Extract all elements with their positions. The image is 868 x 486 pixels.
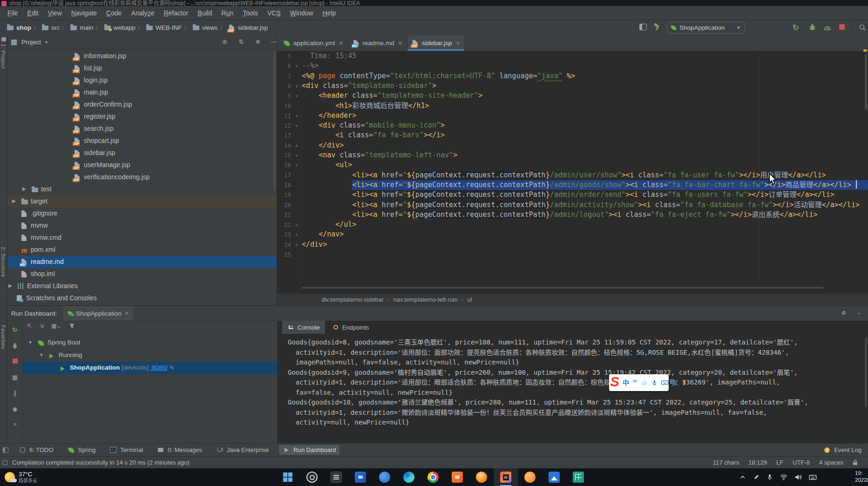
hide-panel-icon[interactable]: — [271,39,277,45]
code-line[interactable]: <div class="templatemo-sidebar"> [299,81,868,91]
fold-marker-icon[interactable]: ∨ [294,121,299,130]
status-widget[interactable]: 117 chars [713,459,739,466]
fold-marker-icon[interactable]: ∧ [294,240,299,250]
editor-tab-readme.md[interactable]: MDreadme.md✕ [348,35,407,51]
collapse-all-icon[interactable]: ⇲ [39,323,44,329]
tree-row[interactable]: JSPmain.jsp [7,87,277,99]
ime-toolbar[interactable]: S 中°’☺ ⇑ [609,374,669,391]
tree-row[interactable]: .gitignore [7,208,277,220]
fold-marker-icon[interactable]: ∧ [294,230,299,239]
toolwindow-terminal[interactable]: ›_Terminal [106,445,147,455]
project-panel-title[interactable]: Project [21,39,41,46]
status-widget[interactable]: 18:129 [748,459,767,466]
status-widget[interactable]: LF [776,459,783,466]
console-tab-Console[interactable]: Console [282,321,325,334]
pause-output-icon[interactable]: ∥ [11,390,19,397]
fold-marker-icon[interactable]: ∧ [294,141,299,150]
close-icon[interactable]: ✕ [124,310,129,317]
taskbar-clock[interactable]: 19: 2022/ [855,470,868,484]
ime-punct-icon[interactable]: °’ [633,378,637,387]
lock-icon[interactable] [853,459,858,466]
taskbar-app-chrome[interactable] [421,468,445,486]
collapse-arrow-icon[interactable]: ▼ [28,340,33,345]
taskbar-app-fox[interactable] [469,468,494,486]
stripe-project-label[interactable]: 1: Project [0,44,6,69]
tree-row[interactable]: JSPinformation.jsp [7,50,277,62]
breadcrumb-item[interactable]: webapp [104,24,136,31]
gear-icon[interactable] [255,39,261,45]
stripe-favorites-label[interactable]: Favorites [0,325,6,349]
toolwindow-spring[interactable]: Spring [64,445,100,455]
code-line[interactable]: Time: 15:45 [299,51,868,61]
code-line[interactable]: --%> [299,61,868,71]
fold-marker-icon[interactable]: ∧ [294,220,299,230]
taskbar-app-photos[interactable] [542,468,566,486]
code-line[interactable] [299,250,868,259]
collapse-arrow-icon[interactable]: ▼ [39,352,44,358]
menu-run[interactable]: Run [217,8,238,18]
fold-marker-icon[interactable]: ∨ [294,91,299,101]
editor-tab-sidebar.jsp[interactable]: JSPsidebar.jsp✕ [407,35,465,51]
menu-navigate[interactable]: Navigate [67,8,102,18]
code-line[interactable]: <li><a href="${pageContext.request.conte… [299,210,868,220]
breadcrumb-item[interactable]: src [41,24,60,31]
locate-file-icon[interactable]: ⊕ [222,39,227,45]
tree-row[interactable]: ▶target [7,196,277,208]
status-widget[interactable]: 4 spaces [819,459,843,466]
stop-button[interactable] [839,24,845,30]
ime-mic-icon[interactable] [651,379,658,386]
code-area[interactable]: Time: 15:45--%><%@ page contentType="tex… [299,51,868,305]
expand-arrow-icon[interactable]: ▶ [12,198,16,203]
code-line[interactable]: </div> [299,240,868,250]
code-line[interactable]: <nav class="templatemo-left-nav"> [299,150,868,160]
toolwindow-6-todo[interactable]: 6: TODO [15,445,57,455]
breadcrumb-item[interactable]: WEB-INF [146,24,182,31]
taskbar-app-search[interactable] [300,468,324,486]
code-line[interactable]: <i class="fa fa-bars"></i> [299,130,868,140]
expand-arrow-icon[interactable]: ▶ [8,283,12,288]
layout-icon[interactable]: ▦ [11,374,19,381]
tree-row[interactable]: MDreadme.md [7,256,277,268]
editor-breadcrumb-item[interactable]: nav.templatemo-left-nav [393,296,458,303]
debug-icon[interactable] [11,342,19,350]
tree-row[interactable]: JSPlist.jsp [7,62,277,74]
tree-row[interactable]: ▶External Libraries [7,280,277,292]
build-hammer-icon[interactable] [653,23,661,31]
menu-build[interactable]: Build [193,8,217,18]
chevron-down-icon[interactable]: ▼ [44,40,48,45]
close-icon[interactable]: ✕ [339,40,343,47]
ime-user-icon[interactable] [672,380,678,386]
code-line[interactable]: <li><a href="${pageContext.request.conte… [299,200,868,210]
breadcrumb-item[interactable]: JSPsidebar.jsp [228,24,268,31]
menu-vcs[interactable]: VCS [263,8,285,18]
stripe-structure-label[interactable]: 2: Structure [0,247,6,277]
toolwindow-switcher-icon[interactable] [3,447,8,453]
app-port-link[interactable]: :8080/ [150,364,168,371]
taskbar-app-start[interactable] [276,468,300,486]
code-line[interactable]: </div> [299,141,868,150]
toolwindow-java-enterprise[interactable]: Java Enterprise [212,445,272,455]
search-everywhere-icon[interactable] [859,24,866,31]
toolwindow-run-dashboard[interactable]: Run Dashboard [279,445,339,455]
code-line[interactable]: <li><a href="${pageContext.request.conte… [299,180,868,190]
run-tree-row[interactable]: ShopApplication [devtools] :8080/ ✎ [22,362,277,374]
more-icon[interactable]: » [11,420,19,428]
code-line[interactable]: </header> [299,111,868,121]
stop-icon[interactable] [13,358,18,364]
tray-keyboard-icon[interactable] [809,474,817,480]
code-line[interactable]: </ul> [299,220,868,230]
tree-row[interactable]: mpom.xml [7,244,277,256]
code-line[interactable]: <%@ page contentType="text/html;charset=… [299,71,868,81]
breadcrumb-item[interactable]: shop [7,24,31,31]
console-output[interactable]: Goods{goodsid=8, goodsname='三熹玉单色腮红', pr… [288,338,863,441]
tree-row[interactable]: JSPsearch.jsp [7,123,277,135]
tree-row[interactable]: mvnw.cmd [7,232,277,244]
code-line[interactable]: </nav> [299,230,868,239]
taskbar-weather[interactable]: 37°C 局部多云 [5,471,75,483]
editor-breadcrumb-item[interactable]: ul [467,296,472,303]
taskbar-app-idea[interactable]: IJ [494,468,518,486]
code-line[interactable]: <h1>彩妆商城后台管理</h1> [299,101,868,111]
console-scrollbar[interactable] [865,338,867,407]
tray-wifi-icon[interactable] [780,474,787,480]
run-dashboard-tab[interactable]: ShopApplication ✕ [63,306,134,321]
